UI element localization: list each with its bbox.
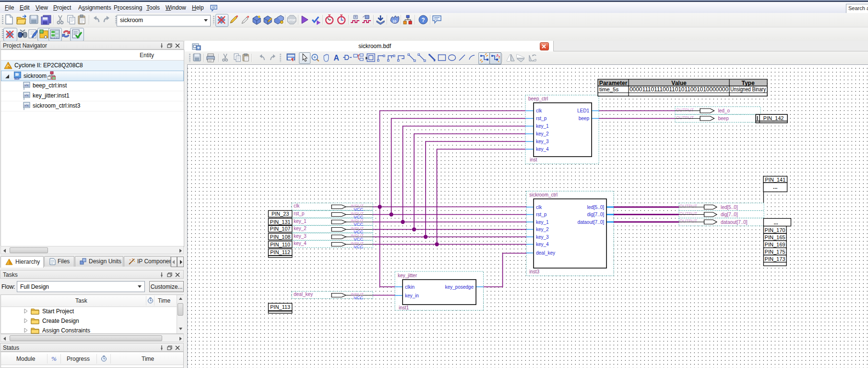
- svg-text:clk: clk: [294, 203, 300, 209]
- svg-text:led[5..0]: led[5..0]: [587, 205, 604, 210]
- svg-text:PIN_142: PIN_142: [763, 115, 784, 121]
- svg-text:key_3: key_3: [536, 234, 549, 240]
- svg-text:PIN_170: PIN_170: [765, 227, 785, 233]
- svg-text:inst: inst: [530, 157, 537, 162]
- svg-text:key_3: key_3: [294, 233, 307, 239]
- svg-text:key_2: key_2: [536, 227, 549, 232]
- svg-text:beep: beep: [579, 116, 590, 121]
- svg-text:Unsigned Binary: Unsigned Binary: [730, 86, 766, 93]
- svg-text:OUTPUT: OUTPUT: [679, 219, 698, 223]
- svg-text:Value: Value: [671, 80, 687, 86]
- svg-text:rst_p: rst_p: [536, 212, 547, 217]
- svg-text:key_posedge: key_posedge: [445, 284, 474, 290]
- svg-text:OUTPUT: OUTPUT: [679, 211, 698, 216]
- svg-text:...: ...: [773, 220, 778, 225]
- svg-text:c: c: [27, 93, 29, 98]
- svg-text:key_3: key_3: [536, 139, 549, 144]
- svg-text:PIN_110: PIN_110: [270, 242, 290, 247]
- svg-text:PIN_23: PIN_23: [272, 211, 289, 217]
- svg-text:inst1: inst1: [399, 305, 409, 310]
- svg-text:dig[7..0]: dig[7..0]: [721, 212, 738, 217]
- svg-text:deal_key: deal_key: [536, 250, 555, 256]
- svg-text:clkin: clkin: [405, 284, 415, 290]
- svg-text:PIN_169: PIN_169: [765, 242, 785, 247]
- svg-text:PIN_112: PIN_112: [270, 249, 290, 255]
- svg-text:led_o: led_o: [718, 108, 730, 113]
- svg-text:key_1: key_1: [536, 220, 549, 225]
- svg-text:beep_ctrl: beep_ctrl: [528, 96, 548, 101]
- svg-text:OUTPUT: OUTPUT: [679, 204, 698, 209]
- svg-text:key_jitter: key_jitter: [398, 273, 417, 278]
- svg-text:10: 10: [392, 20, 396, 23]
- svg-text:beep: beep: [718, 116, 729, 121]
- svg-text:inst3: inst3: [529, 269, 540, 274]
- svg-text:A: A: [333, 54, 339, 62]
- svg-text:PIN_108: PIN_108: [270, 234, 291, 240]
- svg-text:rst_p: rst_p: [294, 211, 305, 216]
- svg-text:key_4: key_4: [294, 241, 307, 246]
- svg-text:time_5s: time_5s: [599, 86, 619, 92]
- svg-text:BDF: BDF: [14, 77, 20, 80]
- svg-text:key_in: key_in: [405, 293, 419, 298]
- svg-text:Type: Type: [741, 80, 754, 86]
- svg-text:key_4: key_4: [536, 242, 549, 247]
- svg-text:OUTPUT: OUTPUT: [676, 108, 694, 112]
- svg-text:000011101110011010110010100000: 00001110111001101011001010000000: [630, 86, 728, 93]
- svg-text:VCC: VCC: [354, 295, 363, 300]
- svg-text:...: ...: [773, 184, 777, 190]
- svg-text:c: c: [27, 103, 29, 108]
- svg-text:key_1: key_1: [536, 123, 549, 129]
- svg-text:PIN_175: PIN_175: [765, 249, 785, 255]
- svg-text:OUTPUT: OUTPUT: [676, 115, 694, 120]
- svg-text:Parameter: Parameter: [599, 80, 628, 86]
- svg-text:led[5..0]: led[5..0]: [721, 205, 738, 210]
- svg-text:clk: clk: [536, 205, 542, 210]
- svg-text:key_2: key_2: [536, 131, 549, 136]
- svg-text:PIN_131: PIN_131: [270, 219, 291, 225]
- svg-text:deal_key: deal_key: [294, 292, 313, 297]
- svg-text:clk: clk: [536, 108, 542, 113]
- svg-text:LED1: LED1: [577, 108, 589, 113]
- svg-text:rst_p: rst_p: [536, 116, 547, 121]
- svg-text:PIN_165: PIN_165: [765, 234, 785, 240]
- svg-text:dataout[7..0]: dataout[7..0]: [577, 220, 604, 225]
- svg-text:PIN_107: PIN_107: [270, 226, 291, 232]
- svg-text:key_1: key_1: [294, 219, 307, 224]
- svg-text:PIN_173: PIN_173: [765, 256, 785, 262]
- svg-text:VCC: VCC: [354, 244, 363, 249]
- svg-text:dataout[7..0]: dataout[7..0]: [721, 220, 748, 225]
- svg-text:c: c: [27, 83, 29, 87]
- svg-text:STOP: STOP: [288, 19, 296, 22]
- svg-text:key_2: key_2: [294, 226, 307, 231]
- svg-text:dig[7..0]: dig[7..0]: [587, 212, 604, 217]
- svg-text:PIN_113: PIN_113: [270, 304, 290, 310]
- svg-text:sickroom_ctrl: sickroom_ctrl: [529, 192, 558, 197]
- svg-text:key_4: key_4: [536, 147, 549, 152]
- svg-text:?: ?: [421, 17, 425, 24]
- svg-text:PIN_141: PIN_141: [765, 177, 785, 183]
